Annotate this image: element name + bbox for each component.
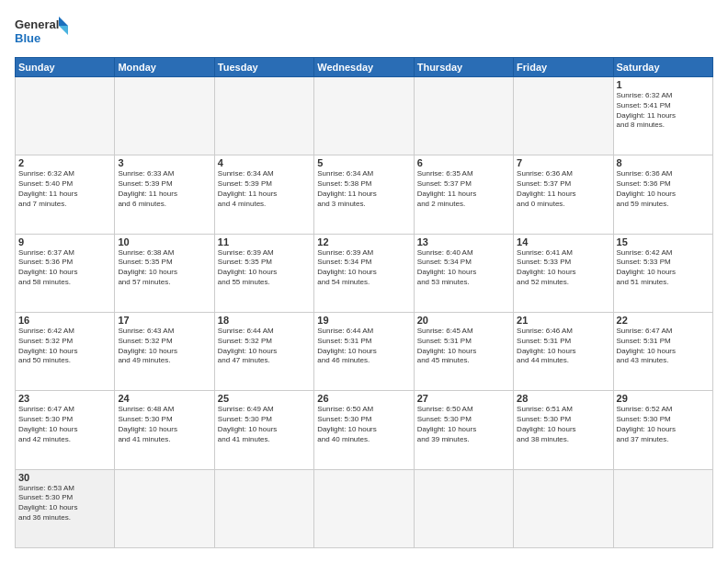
day-info: Sunrise: 6:37 AM Sunset: 5:36 PM Dayligh… bbox=[18, 248, 111, 288]
generalblue-logo: General Blue bbox=[15, 15, 70, 48]
day-info: Sunrise: 6:39 AM Sunset: 5:35 PM Dayligh… bbox=[218, 248, 311, 288]
day-number: 26 bbox=[317, 393, 410, 404]
day-cell: 2Sunrise: 6:32 AM Sunset: 5:40 PM Daylig… bbox=[16, 155, 115, 234]
day-cell: 24Sunrise: 6:48 AM Sunset: 5:30 PM Dayli… bbox=[115, 391, 214, 469]
day-cell bbox=[115, 469, 214, 547]
calendar-table: SundayMondayTuesdayWednesdayThursdayFrid… bbox=[15, 57, 713, 548]
week-row-6: 30Sunrise: 6:53 AM Sunset: 5:30 PM Dayli… bbox=[16, 469, 713, 547]
day-number: 1 bbox=[617, 79, 710, 90]
day-info: Sunrise: 6:34 AM Sunset: 5:38 PM Dayligh… bbox=[317, 169, 410, 209]
day-info: Sunrise: 6:32 AM Sunset: 5:40 PM Dayligh… bbox=[18, 169, 111, 209]
day-cell: 23Sunrise: 6:47 AM Sunset: 5:30 PM Dayli… bbox=[16, 391, 115, 469]
day-number: 11 bbox=[218, 236, 311, 247]
day-number: 7 bbox=[517, 157, 609, 168]
day-cell: 8Sunrise: 6:36 AM Sunset: 5:36 PM Daylig… bbox=[613, 155, 712, 234]
day-info: Sunrise: 6:42 AM Sunset: 5:33 PM Dayligh… bbox=[617, 248, 710, 288]
page: General Blue SundayMondayTuesdayWednesda… bbox=[0, 0, 728, 563]
day-number: 22 bbox=[617, 315, 710, 326]
day-info: Sunrise: 6:47 AM Sunset: 5:31 PM Dayligh… bbox=[617, 327, 710, 366]
day-number: 12 bbox=[317, 236, 410, 247]
day-cell bbox=[16, 77, 115, 155]
weekday-tuesday: Tuesday bbox=[214, 58, 313, 77]
day-cell bbox=[214, 469, 313, 547]
day-number: 4 bbox=[218, 157, 311, 168]
svg-marker-3 bbox=[59, 26, 68, 35]
day-cell: 11Sunrise: 6:39 AM Sunset: 5:35 PM Dayli… bbox=[214, 234, 313, 312]
week-row-5: 23Sunrise: 6:47 AM Sunset: 5:30 PM Dayli… bbox=[16, 391, 713, 469]
day-cell bbox=[314, 77, 414, 155]
day-info: Sunrise: 6:33 AM Sunset: 5:39 PM Dayligh… bbox=[118, 169, 210, 209]
day-info: Sunrise: 6:44 AM Sunset: 5:31 PM Dayligh… bbox=[317, 327, 410, 366]
day-number: 8 bbox=[617, 157, 710, 168]
day-cell: 4Sunrise: 6:34 AM Sunset: 5:39 PM Daylig… bbox=[214, 155, 313, 234]
day-cell: 1Sunrise: 6:32 AM Sunset: 5:41 PM Daylig… bbox=[613, 77, 712, 155]
day-number: 9 bbox=[18, 236, 111, 247]
weekday-friday: Friday bbox=[514, 58, 613, 77]
day-number: 17 bbox=[118, 315, 210, 326]
day-number: 15 bbox=[617, 236, 710, 247]
day-number: 28 bbox=[517, 393, 609, 404]
day-cell: 18Sunrise: 6:44 AM Sunset: 5:32 PM Dayli… bbox=[214, 312, 313, 390]
day-number: 27 bbox=[417, 393, 510, 404]
day-cell bbox=[514, 77, 613, 155]
header: General Blue bbox=[15, 15, 713, 48]
day-info: Sunrise: 6:48 AM Sunset: 5:30 PM Dayligh… bbox=[118, 405, 210, 444]
week-row-4: 16Sunrise: 6:42 AM Sunset: 5:32 PM Dayli… bbox=[16, 312, 713, 390]
weekday-thursday: Thursday bbox=[414, 58, 513, 77]
day-number: 13 bbox=[417, 236, 510, 247]
day-cell: 14Sunrise: 6:41 AM Sunset: 5:33 PM Dayli… bbox=[514, 234, 613, 312]
day-info: Sunrise: 6:35 AM Sunset: 5:37 PM Dayligh… bbox=[417, 169, 510, 209]
day-cell: 17Sunrise: 6:43 AM Sunset: 5:32 PM Dayli… bbox=[115, 312, 214, 390]
day-info: Sunrise: 6:43 AM Sunset: 5:32 PM Dayligh… bbox=[118, 327, 210, 366]
day-cell bbox=[514, 469, 613, 547]
day-info: Sunrise: 6:32 AM Sunset: 5:41 PM Dayligh… bbox=[617, 91, 710, 131]
weekday-monday: Monday bbox=[115, 58, 214, 77]
day-info: Sunrise: 6:38 AM Sunset: 5:35 PM Dayligh… bbox=[118, 248, 210, 288]
day-info: Sunrise: 6:34 AM Sunset: 5:39 PM Dayligh… bbox=[218, 169, 311, 209]
day-number: 19 bbox=[317, 315, 410, 326]
day-cell: 10Sunrise: 6:38 AM Sunset: 5:35 PM Dayli… bbox=[115, 234, 214, 312]
day-cell: 12Sunrise: 6:39 AM Sunset: 5:34 PM Dayli… bbox=[314, 234, 414, 312]
day-cell: 26Sunrise: 6:50 AM Sunset: 5:30 PM Dayli… bbox=[314, 391, 414, 469]
svg-text:Blue: Blue bbox=[15, 31, 40, 45]
day-cell bbox=[115, 77, 214, 155]
day-cell: 19Sunrise: 6:44 AM Sunset: 5:31 PM Dayli… bbox=[314, 312, 414, 390]
day-info: Sunrise: 6:47 AM Sunset: 5:30 PM Dayligh… bbox=[18, 405, 111, 444]
day-number: 25 bbox=[218, 393, 311, 404]
day-info: Sunrise: 6:45 AM Sunset: 5:31 PM Dayligh… bbox=[417, 327, 510, 366]
day-info: Sunrise: 6:46 AM Sunset: 5:31 PM Dayligh… bbox=[517, 327, 609, 366]
day-number: 23 bbox=[18, 393, 111, 404]
day-info: Sunrise: 6:36 AM Sunset: 5:37 PM Dayligh… bbox=[517, 169, 609, 209]
day-cell: 16Sunrise: 6:42 AM Sunset: 5:32 PM Dayli… bbox=[16, 312, 115, 390]
weekday-wednesday: Wednesday bbox=[314, 58, 414, 77]
day-number: 20 bbox=[417, 315, 510, 326]
weekday-sunday: Sunday bbox=[16, 58, 115, 77]
week-row-2: 2Sunrise: 6:32 AM Sunset: 5:40 PM Daylig… bbox=[16, 155, 713, 234]
day-cell: 13Sunrise: 6:40 AM Sunset: 5:34 PM Dayli… bbox=[414, 234, 513, 312]
day-number: 2 bbox=[18, 157, 111, 168]
day-cell: 5Sunrise: 6:34 AM Sunset: 5:38 PM Daylig… bbox=[314, 155, 414, 234]
day-info: Sunrise: 6:49 AM Sunset: 5:30 PM Dayligh… bbox=[218, 405, 311, 444]
day-cell: 9Sunrise: 6:37 AM Sunset: 5:36 PM Daylig… bbox=[16, 234, 115, 312]
day-number: 30 bbox=[18, 472, 111, 483]
day-number: 18 bbox=[218, 315, 311, 326]
day-info: Sunrise: 6:42 AM Sunset: 5:32 PM Dayligh… bbox=[18, 327, 111, 366]
weekday-saturday: Saturday bbox=[613, 58, 712, 77]
day-number: 16 bbox=[18, 315, 111, 326]
day-info: Sunrise: 6:50 AM Sunset: 5:30 PM Dayligh… bbox=[417, 405, 510, 444]
day-cell: 3Sunrise: 6:33 AM Sunset: 5:39 PM Daylig… bbox=[115, 155, 214, 234]
day-cell bbox=[414, 77, 513, 155]
day-cell bbox=[214, 77, 313, 155]
day-info: Sunrise: 6:39 AM Sunset: 5:34 PM Dayligh… bbox=[317, 248, 410, 288]
day-cell: 21Sunrise: 6:46 AM Sunset: 5:31 PM Dayli… bbox=[514, 312, 613, 390]
day-number: 3 bbox=[118, 157, 210, 168]
day-info: Sunrise: 6:52 AM Sunset: 5:30 PM Dayligh… bbox=[617, 405, 710, 444]
day-cell: 20Sunrise: 6:45 AM Sunset: 5:31 PM Dayli… bbox=[414, 312, 513, 390]
day-info: Sunrise: 6:44 AM Sunset: 5:32 PM Dayligh… bbox=[218, 327, 311, 366]
day-cell: 29Sunrise: 6:52 AM Sunset: 5:30 PM Dayli… bbox=[613, 391, 712, 469]
day-cell bbox=[314, 469, 414, 547]
day-info: Sunrise: 6:41 AM Sunset: 5:33 PM Dayligh… bbox=[517, 248, 609, 288]
svg-marker-2 bbox=[59, 17, 68, 26]
week-row-1: 1Sunrise: 6:32 AM Sunset: 5:41 PM Daylig… bbox=[16, 77, 713, 155]
logo: General Blue bbox=[15, 15, 70, 48]
